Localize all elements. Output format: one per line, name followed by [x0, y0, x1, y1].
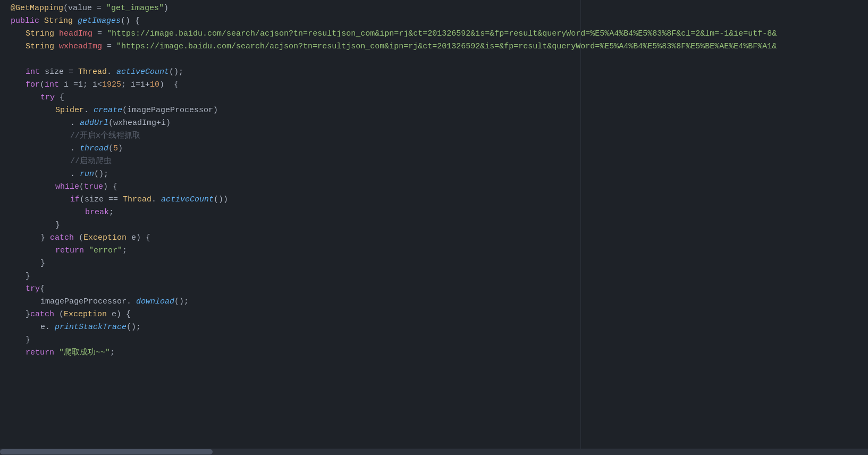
code-line: try { [0, 91, 868, 104]
token-class-name: String [26, 42, 54, 51]
token-plain: ) [164, 4, 168, 13]
code-line: break; [0, 206, 868, 219]
token-plain: . [70, 170, 80, 179]
token-kw: try [40, 93, 55, 102]
code-line: . addUrl(wxheadImg+i) [0, 117, 868, 130]
code-line: try{ [0, 283, 868, 296]
vertical-divider [580, 0, 581, 455]
code-line: String headImg = "https://image.baidu.co… [0, 28, 868, 40]
token-num: 10 [150, 80, 159, 89]
token-kw: catch [30, 310, 54, 319]
token-plain [73, 16, 78, 26]
token-comment-cn: //启动爬虫 [70, 157, 112, 166]
scrollbar-thumb[interactable] [0, 449, 213, 454]
token-plain: (wxheadImg+i) [108, 119, 171, 128]
token-plain: ; i=i+ [121, 80, 150, 89]
token-class-name: String [26, 29, 54, 38]
token-plain: ( [54, 310, 64, 319]
token-class-name: Spider [55, 106, 84, 115]
code-line: while(true) { [0, 181, 868, 193]
token-class-name: Exception [64, 310, 107, 319]
token-plain: } [40, 233, 50, 242]
code-line: @GetMapping(value = "get_images") [0, 2, 868, 15]
token-class-name: String [44, 16, 73, 26]
token-plain: imagePageProcessor. [40, 297, 136, 306]
token-annotation: @GetMapping [11, 4, 63, 13]
code-line: if(size == Thread. activeCount()) [0, 193, 868, 206]
token-fn: activeCount [161, 195, 214, 204]
code-line: Spider. create(imagePageProcessor) [0, 104, 868, 117]
token-fn: getImages [78, 16, 121, 26]
token-num: 1925 [102, 80, 121, 89]
token-plain: e. [40, 323, 55, 332]
token-chain-method: run [80, 170, 94, 179]
token-kw: while [55, 182, 79, 191]
token-plain: e) { [127, 233, 150, 242]
token-kw: int [45, 80, 59, 89]
token-chain-method: addUrl [80, 119, 108, 128]
token-kw: int [26, 68, 40, 77]
code-line: } [0, 219, 868, 232]
token-plain: e) { [107, 310, 131, 319]
token-plain [54, 348, 59, 357]
token-plain: (); [127, 323, 141, 332]
horizontal-scrollbar[interactable] [0, 449, 868, 455]
code-line: . run(); [0, 168, 868, 181]
token-plain: (); [174, 297, 189, 306]
token-num: 5 [113, 144, 118, 153]
token-kw: catch [50, 233, 74, 242]
token-kw: break [85, 208, 109, 217]
token-plain: ; [109, 208, 114, 217]
token-fn: create [94, 106, 122, 115]
token-plain: size = [40, 68, 78, 77]
token-plain: (); [169, 68, 183, 77]
token-str: "爬取成功~~" [59, 348, 110, 357]
token-kw: try [26, 284, 40, 293]
token-plain: } [26, 310, 30, 319]
token-plain: { [40, 284, 45, 293]
token-comment-cn: //开启x个线程抓取 [70, 131, 140, 140]
token-fn: activeCount [116, 68, 169, 77]
token-plain: () { [121, 16, 140, 26]
code-line: return "error"; [0, 245, 868, 257]
token-plain: (); [94, 170, 108, 179]
token-plain: ( [74, 233, 83, 242]
token-plain [84, 246, 89, 255]
token-var: wxheadImg [59, 42, 102, 51]
token-plain [39, 16, 44, 26]
code-line: }catch (Exception e) { [0, 308, 868, 321]
token-plain: . [70, 144, 80, 153]
code-line: //启动爬虫 [0, 155, 868, 168]
code-area: @GetMapping(value = "get_images")public … [0, 0, 868, 455]
token-fn: download [136, 297, 174, 306]
token-plain: (imagePageProcessor) [122, 106, 218, 115]
token-plain: i =1; i< [59, 80, 102, 89]
token-plain: } [26, 272, 30, 281]
token-plain: } [26, 335, 30, 344]
code-line: return "爬取成功~~"; [0, 347, 868, 359]
token-kw: return [55, 246, 84, 255]
token-plain: . [151, 195, 161, 204]
token-fn: printStackTrace [55, 323, 127, 332]
token-kw: return [26, 348, 54, 357]
code-line: } [0, 270, 868, 283]
code-line: int size = Thread. activeCount(); [0, 66, 868, 79]
token-plain: } [40, 259, 45, 268]
code-line: String wxheadImg = "https://image.baidu.… [0, 40, 868, 53]
editor-container: @GetMapping(value = "get_images")public … [0, 0, 868, 455]
token-class-name: Thread [123, 195, 151, 204]
token-plain: . [70, 119, 80, 128]
token-plain: ( [40, 80, 45, 89]
code-line: public String getImages() { [0, 15, 868, 28]
token-plain: . [107, 68, 116, 77]
token-var: headImg [59, 29, 92, 38]
token-str: "https://image.baidu.com/search/acjson?t… [107, 29, 777, 38]
code-line: } [0, 334, 868, 347]
token-plain [54, 29, 59, 38]
token-plain: (value = [63, 4, 106, 13]
token-plain: ( [79, 182, 84, 191]
code-line: } [0, 257, 868, 270]
token-plain: ( [108, 144, 113, 153]
code-line: e. printStackTrace(); [0, 321, 868, 334]
token-kw: if [70, 195, 80, 204]
